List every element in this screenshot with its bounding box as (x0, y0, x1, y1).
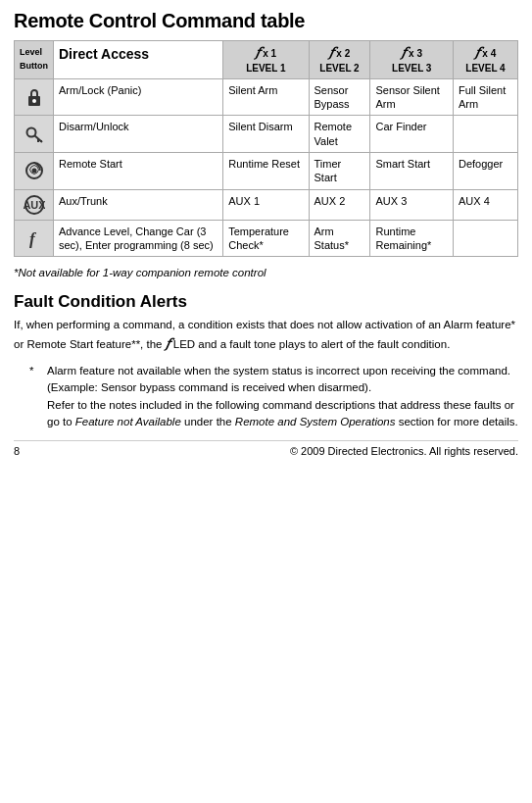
row-4-col-2: Temperature Check* (223, 220, 309, 257)
row-4-col-3: Arm Status* (309, 220, 370, 257)
bullet-content: Alarm feature not available when the sys… (47, 363, 518, 430)
icon-cell (15, 153, 54, 190)
row-0-col-2: Silent Arm (223, 78, 309, 116)
table-row: Remote StartRuntime ResetTimer StartSmar… (15, 153, 518, 190)
row-0-col-3: Sensor Bypass (309, 78, 370, 116)
th-direct-access: Direct Access (54, 41, 223, 79)
icon-cell (15, 78, 54, 116)
footer-bar: 8 © 2009 Directed Electronics. All right… (14, 440, 518, 457)
row-2-col-1: Remote Start (54, 153, 223, 190)
row-1-col-2: Silent Disarm (223, 116, 309, 153)
icon-cell: f (15, 220, 54, 257)
footer-copyright: © 2009 Directed Electronics. All rights … (290, 445, 518, 457)
svg-point-7 (31, 169, 36, 174)
icon-cell (15, 116, 54, 153)
bullet-item-1: * Alarm feature not available when the s… (29, 363, 518, 430)
table-row: Disarm/UnlockSilent DisarmRemote ValetCa… (15, 116, 518, 153)
row-3-col-3: AUX 2 (309, 189, 370, 220)
fault-section-title: Fault Condition Alerts (14, 292, 518, 312)
row-4-col-4: Runtime Remaining* (370, 220, 454, 257)
footer-page-number: 8 (14, 445, 20, 457)
th-level1: 𝑓 x 1 LEVEL 1 (223, 41, 309, 79)
table-row: fAdvance Level, Change Car (3 sec), Ente… (15, 220, 518, 257)
row-1-col-5 (453, 116, 517, 153)
bullet-list: * Alarm feature not available when the s… (29, 363, 518, 430)
row-3-col-4: AUX 3 (370, 189, 454, 220)
row-0-col-4: Sensor Silent Arm (370, 78, 454, 116)
svg-text:AUX: AUX (24, 199, 45, 211)
row-3-col-5: AUX 4 (453, 189, 517, 220)
th-level3: 𝑓 x 3 LEVEL 3 (370, 41, 454, 79)
f-icon: 𝑓 (166, 336, 173, 351)
svg-point-1 (32, 99, 36, 103)
row-0-col-5: Full Silent Arm (453, 78, 517, 116)
th-level4: 𝑓 x 4 LEVEL 4 (453, 41, 517, 79)
fault-section-body: If, when performing a command, a conditi… (14, 317, 518, 353)
page-title: Remote Control Command table (14, 10, 518, 32)
table-row: Arm/Lock (Panic)Silent ArmSensor BypassS… (15, 78, 518, 116)
row-1-col-1: Disarm/Unlock (54, 116, 223, 153)
row-2-col-2: Runtime Reset (223, 153, 309, 190)
row-2-col-3: Timer Start (309, 153, 370, 190)
th-level2: 𝑓 x 2 LEVEL 2 (309, 41, 370, 79)
icon-cell: AUX (15, 189, 54, 220)
row-3-col-2: AUX 1 (223, 189, 309, 220)
table-footnote: *Not available for 1-way companion remot… (14, 267, 518, 278)
row-4-col-5 (453, 220, 517, 257)
row-1-col-3: Remote Valet (309, 116, 370, 153)
row-4-col-1: Advance Level, Change Car (3 sec), Enter… (54, 220, 223, 257)
row-1-col-4: Car Finder (370, 116, 454, 153)
row-2-col-5: Defogger (453, 153, 517, 190)
command-table: Level Button Direct Access 𝑓 x 1 LEVEL 1… (14, 40, 518, 257)
bullet-marker: * (29, 363, 47, 379)
row-3-col-1: Aux/Trunk (54, 189, 223, 220)
svg-text:f: f (29, 229, 37, 248)
th-level-button: Level Button (15, 41, 54, 79)
row-2-col-4: Smart Start (370, 153, 454, 190)
table-row: AUXAux/TrunkAUX 1AUX 2AUX 3AUX 4 (15, 189, 518, 220)
row-0-col-1: Arm/Lock (Panic) (54, 78, 223, 116)
